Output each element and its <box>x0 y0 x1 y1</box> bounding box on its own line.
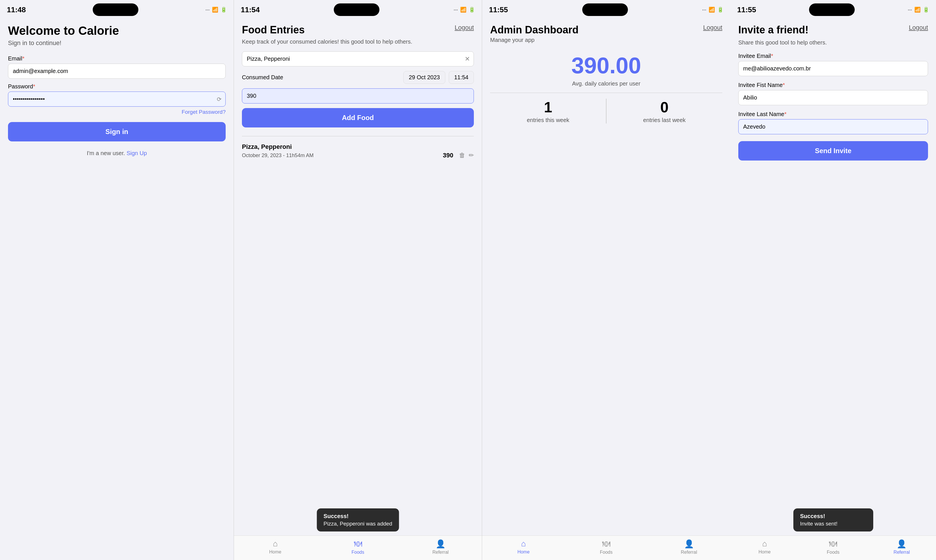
food-entry-detail: October 29, 2023 - 11h54m AM 390 🗑 ✏ <box>242 152 474 159</box>
dots-icon-2: ··· <box>453 7 458 13</box>
logout-button-4[interactable]: Logout <box>909 24 928 31</box>
foods-icon-3: 🍽 <box>602 539 610 549</box>
forget-password-link[interactable]: Forget Password? <box>8 109 226 115</box>
last-week-block: 0 entries last week <box>606 98 722 123</box>
logout-button-3[interactable]: Logout <box>703 24 722 31</box>
add-food-button[interactable]: Add Food <box>242 108 474 128</box>
invitee-email-field[interactable] <box>738 61 928 76</box>
eye-icon[interactable]: ⟳ <box>217 96 222 103</box>
foods-icon-4: 🍽 <box>829 539 837 549</box>
dots-icon-3: ··· <box>702 7 706 13</box>
food-name-wrapper: ✕ <box>242 51 474 66</box>
consumed-date-label: Consumed Date <box>242 74 400 81</box>
last-week-label: entries last week <box>643 117 686 123</box>
bottom-nav-4: ⌂ Home 🍽 Foods 👤 Referral <box>730 535 936 560</box>
nav-foods-3[interactable]: 🍽 Foods <box>565 539 648 555</box>
invite-content: Invite a friend! Logout Share this good … <box>730 18 936 535</box>
invitee-firstname-field[interactable] <box>738 90 928 105</box>
send-invite-button[interactable]: Send Invite <box>738 141 928 160</box>
status-bar-4: 11:55 ··· 📶 🔋 <box>730 0 936 18</box>
invitee-email-required: * <box>771 53 773 59</box>
date-row: Consumed Date 29 Oct 2023 11:54 <box>242 71 474 84</box>
time-pill[interactable]: 11:54 <box>449 71 474 84</box>
forget-password-anchor[interactable]: Forget Password? <box>182 109 226 115</box>
nav-home-3[interactable]: ⌂ Home <box>482 539 565 555</box>
invitee-email-label: Invitee Email* <box>738 53 928 59</box>
dots-icon-4: ··· <box>908 7 912 13</box>
food-entry-calories: 390 <box>443 152 453 159</box>
password-field[interactable] <box>8 92 226 107</box>
wifi-icon-3: 📶 <box>709 6 715 13</box>
wifi-icon-1: 📶 <box>212 6 218 13</box>
nav-home-2[interactable]: ⌂ Home <box>234 539 317 555</box>
this-week-label: entries this week <box>527 117 569 123</box>
edit-entry-button[interactable]: ✏ <box>469 152 474 159</box>
toast-title-4: Success! <box>800 513 867 520</box>
date-pill[interactable]: 29 Oct 2023 <box>403 71 445 84</box>
status-time-4: 11:55 <box>737 5 756 14</box>
status-icons-3: ··· 📶 🔋 <box>702 6 723 13</box>
calories-input[interactable] <box>242 88 474 103</box>
login-content: Welcome to Calorie Sign in to continue! … <box>0 18 234 560</box>
food-entry-name: Pizza, Pepperoni <box>242 143 474 151</box>
nav-referral-2[interactable]: 👤 Referral <box>399 539 482 555</box>
status-bar-1: 11:48 ··· 📶 🔋 <box>0 0 234 18</box>
referral-icon-2: 👤 <box>436 539 446 549</box>
status-icons-1: ··· 📶 🔋 <box>205 6 227 13</box>
food-name-input[interactable] <box>242 51 474 66</box>
food-entry-date: October 29, 2023 - 11h54m AM <box>242 152 313 158</box>
signin-button[interactable]: Sign in <box>8 122 226 142</box>
admin-dashboard-header: Admin Dashboard Manage your app Logout <box>490 24 722 44</box>
nav-referral-4[interactable]: 👤 Referral <box>868 539 936 555</box>
last-week-num: 0 <box>660 98 668 116</box>
this-week-num: 1 <box>544 98 552 116</box>
invitee-lastname-field[interactable] <box>738 119 928 134</box>
wifi-icon-4: 📶 <box>914 6 921 13</box>
dots-icon-1: ··· <box>205 7 210 13</box>
nav-foods-4[interactable]: 🍽 Foods <box>799 539 867 555</box>
nav-referral-3[interactable]: 👤 Referral <box>648 539 730 555</box>
stats-row: 1 entries this week 0 entries last week <box>490 93 722 123</box>
admin-dashboard-subtitle: Manage your app <box>490 36 578 44</box>
food-entry-card: Pizza, Pepperoni October 29, 2023 - 11h5… <box>242 139 474 163</box>
email-label: Email* <box>8 55 226 62</box>
food-entries-content: Food Entries Logout Keep track of your c… <box>234 18 482 535</box>
password-wrapper: ⟳ <box>8 92 226 107</box>
status-pill-1 <box>93 3 138 16</box>
invitee-lastname-required: * <box>784 111 786 117</box>
this-week-block: 1 entries this week <box>490 98 606 123</box>
email-field[interactable] <box>8 63 226 79</box>
status-pill-2 <box>334 3 379 16</box>
battery-icon-3: 🔋 <box>717 6 723 13</box>
status-icons-2: ··· 📶 🔋 <box>453 6 475 13</box>
nav-home-4[interactable]: ⌂ Home <box>730 539 799 555</box>
food-entries-header: Food Entries Logout <box>242 24 474 36</box>
status-time-3: 11:55 <box>489 5 508 14</box>
nav-referral-label-2: Referral <box>432 550 449 555</box>
food-entries-screen: 11:54 ··· 📶 🔋 Food Entries Logout Keep t… <box>234 0 482 560</box>
food-entries-desc: Keep track of your consumed calories! th… <box>242 38 474 46</box>
battery-icon-4: 🔋 <box>923 6 929 13</box>
invitee-firstname-label: Invitee Fist Name* <box>738 82 928 88</box>
admin-dashboard-title: Admin Dashboard <box>490 24 578 36</box>
nav-home-label-3: Home <box>518 549 530 555</box>
password-label: Password* <box>8 83 226 90</box>
delete-entry-button[interactable]: 🗑 <box>459 152 465 159</box>
nav-foods-label-2: Foods <box>352 550 364 555</box>
password-required: * <box>33 83 35 89</box>
divider <box>242 136 474 136</box>
login-title: Welcome to Calorie <box>8 24 226 38</box>
logout-button-2[interactable]: Logout <box>455 24 474 31</box>
nav-foods-2[interactable]: 🍽 Foods <box>317 539 399 555</box>
status-bar-2: 11:54 ··· 📶 🔋 <box>234 0 482 18</box>
nav-home-label-2: Home <box>269 549 281 555</box>
clear-icon[interactable]: ✕ <box>465 55 470 63</box>
new-user-text: I'm a new user. Sign Up <box>8 150 226 157</box>
referral-icon-4: 👤 <box>897 539 907 549</box>
status-time-1: 11:48 <box>7 5 26 14</box>
nav-home-label-4: Home <box>759 549 771 555</box>
status-pill-3 <box>582 3 628 16</box>
admin-dashboard-content: Admin Dashboard Manage your app Logout 3… <box>482 18 730 535</box>
invitee-lastname-label: Invitee Last Name* <box>738 111 928 117</box>
signup-link[interactable]: Sign Up <box>126 150 147 156</box>
